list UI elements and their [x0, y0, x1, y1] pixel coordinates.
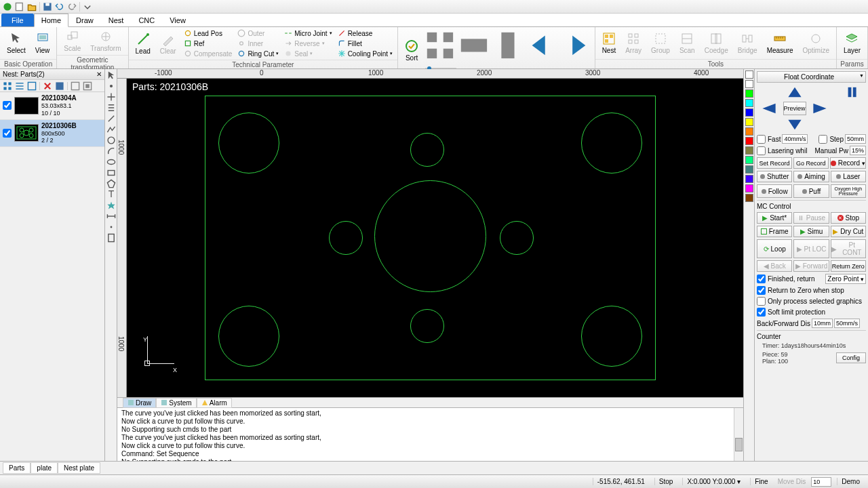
bottom-tab-parts[interactable]: Parts: [3, 462, 31, 474]
sort-v-icon[interactable]: [492, 28, 524, 62]
jog-right-icon[interactable]: [812, 102, 828, 115]
layer-swatch[interactable]: [745, 127, 753, 136]
layer-button[interactable]: Layer: [840, 30, 865, 56]
jog-left-icon[interactable]: [761, 102, 777, 115]
status-move-input[interactable]: [811, 477, 831, 487]
log-tab-draw[interactable]: Draw: [123, 398, 156, 408]
preview-button[interactable]: Preview: [783, 102, 806, 115]
finished-return-checkbox[interactable]: Finished, return: [757, 274, 814, 283]
layer-swatch[interactable]: [745, 137, 753, 145]
scan-button[interactable]: Scan: [675, 30, 699, 56]
view-button[interactable]: View: [31, 30, 54, 56]
circle-icon[interactable]: [106, 136, 116, 145]
part-checkbox[interactable]: [3, 101, 12, 110]
star-icon[interactable]: [106, 201, 116, 210]
order-icon[interactable]: [106, 103, 116, 113]
layer-swatch[interactable]: [745, 156, 753, 164]
ptloc-button[interactable]: ▶Pt LOC: [793, 239, 829, 258]
pause-button[interactable]: ⏸Pause: [793, 212, 829, 224]
puff-button[interactable]: Puff: [793, 184, 829, 198]
point-icon[interactable]: [106, 222, 116, 232]
status-xy[interactable]: X:0.000 Y:0.000 ▾: [682, 478, 745, 485]
stop-button[interactable]: ✕Stop: [831, 212, 866, 224]
simu-button[interactable]: ▶Simu: [793, 226, 829, 237]
open-icon[interactable]: [27, 2, 37, 12]
optimize-button[interactable]: Optimize: [799, 30, 833, 56]
part-item[interactable]: 20210304A53.03x83.110 / 10: [0, 92, 104, 120]
seal-button[interactable]: Seal▾: [282, 49, 334, 58]
nest-button[interactable]: Nest: [598, 30, 620, 56]
release-button[interactable]: Release: [336, 28, 395, 38]
drawing-canvas[interactable]: Parts: 20210306B Y X: [127, 79, 743, 397]
list-icon[interactable]: [15, 81, 24, 91]
return-zero-stop-checkbox[interactable]: Return to Zero when stop: [757, 286, 866, 295]
nest2-icon[interactable]: [83, 81, 92, 91]
scale-button[interactable]: Scale: [60, 28, 85, 54]
part-checkbox[interactable]: [3, 129, 12, 138]
oxygen-button[interactable]: Oxygen High Pressure: [831, 184, 866, 198]
nest-icon[interactable]: [71, 81, 80, 91]
layer-swatch[interactable]: [745, 146, 753, 155]
cursor-icon[interactable]: [106, 70, 116, 80]
step-checkbox[interactable]: Step: [818, 135, 844, 144]
drycut-button[interactable]: ▶Dry Cut: [831, 226, 866, 237]
coedge-button[interactable]: Coedge: [701, 30, 732, 56]
frame-button[interactable]: Frame: [757, 226, 792, 237]
save-icon[interactable]: [43, 2, 52, 12]
part-item[interactable]: 20210306B800x5002 / 2: [0, 120, 104, 148]
log-tab-alarm[interactable]: Alarm: [197, 398, 232, 408]
leadpos-button[interactable]: Lead Pos: [182, 28, 235, 38]
record-button[interactable]: Record▾: [830, 157, 866, 169]
layer-swatch[interactable]: [745, 99, 753, 107]
jog-step-icon[interactable]: [846, 85, 862, 99]
layer-swatch[interactable]: [745, 70, 753, 79]
sort-button[interactable]: Sort: [401, 38, 422, 63]
poly-icon[interactable]: [106, 179, 116, 188]
text-icon[interactable]: T: [106, 190, 116, 199]
transform-button[interactable]: Transform: [86, 28, 125, 54]
save-part-icon[interactable]: [55, 81, 64, 91]
shutter-button[interactable]: Shutter: [757, 171, 792, 182]
layer-swatch[interactable]: [745, 184, 753, 192]
manual-value[interactable]: 15%: [850, 146, 866, 155]
ref-button[interactable]: Ref: [182, 39, 235, 48]
redo-icon[interactable]: [67, 2, 77, 12]
jog-up-icon[interactable]: [787, 85, 803, 99]
new-icon[interactable]: [15, 2, 24, 12]
cooling-button[interactable]: Cooling Point▾: [336, 49, 395, 58]
qat-more-icon[interactable]: [83, 2, 92, 12]
soft-limit-checkbox[interactable]: Soft limit protection: [757, 308, 866, 317]
bottom-tab-nestplate[interactable]: Nest plate: [58, 462, 100, 474]
ellipse-icon[interactable]: [106, 157, 116, 167]
line-icon[interactable]: [106, 114, 116, 123]
layer-swatch[interactable]: [745, 80, 753, 88]
tab-file[interactable]: File: [1, 14, 34, 26]
lead-button[interactable]: Lead: [132, 31, 155, 56]
microjoint-button[interactable]: Micro Joint▾: [282, 28, 334, 38]
coord-mode-dropdown[interactable]: Float Coordinate ▼: [757, 71, 866, 83]
tab-nest[interactable]: Nest: [101, 14, 132, 26]
set-record-button[interactable]: Set Record: [757, 157, 792, 169]
layer-swatch[interactable]: [745, 89, 753, 98]
tab-view[interactable]: View: [162, 14, 193, 26]
tab-home[interactable]: Home: [34, 14, 68, 27]
forward-button[interactable]: ▶Forward: [793, 260, 829, 272]
layer-swatch[interactable]: [745, 108, 753, 117]
sort-next-icon[interactable]: [559, 28, 592, 62]
go-record-button[interactable]: Go Record: [793, 157, 829, 169]
layer-swatch[interactable]: [745, 165, 753, 174]
sort-h-icon[interactable]: [458, 28, 490, 62]
layer-swatch[interactable]: [745, 118, 753, 126]
backfwd-dist[interactable]: 10mm: [812, 319, 833, 328]
reverse-button[interactable]: Reverse▾: [282, 39, 334, 48]
fast-value[interactable]: 40mm/s: [782, 134, 808, 144]
return-zero-button[interactable]: Return Zero: [831, 260, 866, 272]
compensate-button[interactable]: Compensate: [182, 49, 235, 58]
group-button[interactable]: Group: [647, 30, 674, 56]
undo-icon[interactable]: [55, 2, 64, 12]
lasering-checkbox[interactable]: Lasering whil: [757, 146, 807, 155]
fillet-button[interactable]: Fillet: [336, 39, 395, 48]
zero-point-select[interactable]: Zero Point ▾: [825, 274, 866, 284]
sort-grid-icon[interactable]: [424, 28, 456, 62]
ptcont-button[interactable]: ▶Pt CONT: [831, 239, 866, 258]
